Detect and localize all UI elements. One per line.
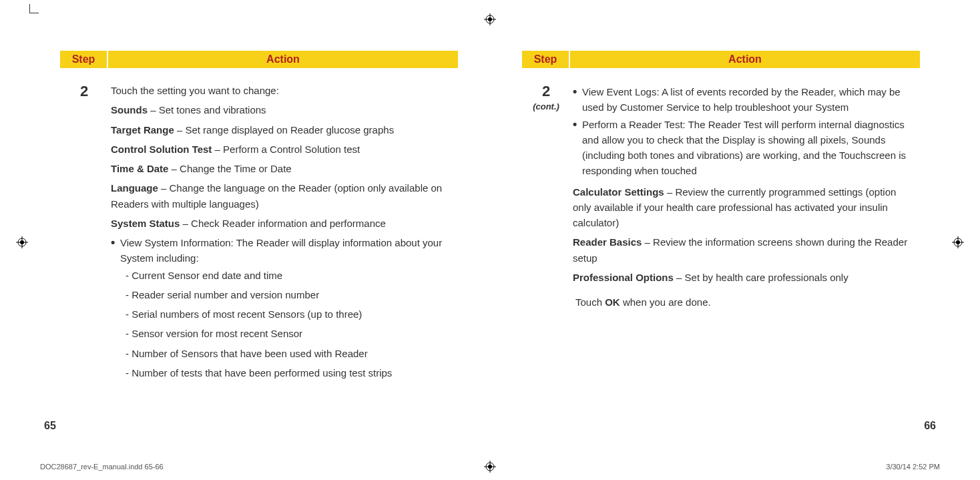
registration-mark-top xyxy=(484,13,496,25)
print-footer: DOC28687_rev-E_manual.indd 65-66 3/30/14… xyxy=(40,463,940,471)
page-number-left: 65 xyxy=(44,420,56,432)
bullet-icon: • xyxy=(573,84,582,115)
action-content-right: • View Event Logs: A list of events reco… xyxy=(570,68,920,422)
setting-language: Language – Change the language on the Re… xyxy=(111,180,446,212)
setting-system-status: System Status – Check Reader information… xyxy=(111,216,446,231)
closing-line: Touch OK when you are done. xyxy=(573,294,916,310)
dash-item: - Sensor version for most recent Sensor xyxy=(111,326,446,341)
step-cont-label: (cont.) xyxy=(522,101,570,111)
col-header-step: Step xyxy=(60,51,108,68)
registration-mark-left xyxy=(16,236,28,248)
step-number-left: 2 xyxy=(60,68,108,422)
col-header-action: Action xyxy=(108,51,458,68)
dash-item: - Number of tests that have been perform… xyxy=(111,365,446,381)
page-left: Step Action 2 Touch the setting you want… xyxy=(60,51,458,422)
col-header-action: Action xyxy=(570,51,920,68)
table-header-right: Step Action xyxy=(522,51,920,68)
table-body-left: 2 Touch the setting you want to change: … xyxy=(60,68,458,422)
setting-time-date: Time & Date – Change the Time or Date xyxy=(111,161,446,176)
footer-filename: DOC28687_rev-E_manual.indd 65-66 xyxy=(40,463,164,471)
bullet-event-logs: • View Event Logs: A list of events reco… xyxy=(573,84,916,115)
footer-timestamp: 3/30/14 2:52 PM xyxy=(886,463,940,471)
setting-target-range: Target Range – Set range displayed on Re… xyxy=(111,122,446,138)
table-header-left: Step Action xyxy=(60,51,458,68)
col-header-step: Step xyxy=(522,51,570,68)
dash-item: - Reader serial number and version numbe… xyxy=(111,287,446,302)
dash-item: - Serial numbers of most recent Sensors … xyxy=(111,306,446,322)
bullet-icon: • xyxy=(573,117,582,179)
manual-spread: Step Action 2 Touch the setting you want… xyxy=(0,0,980,480)
setting-reader-basics: Reader Basics – Review the information s… xyxy=(573,234,916,266)
bullet-system-info: • View System Information: The Reader wi… xyxy=(111,235,446,266)
registration-mark-right xyxy=(952,236,964,248)
bullet-icon: • xyxy=(111,235,120,266)
setting-calculator: Calculator Settings – Review the current… xyxy=(573,184,916,231)
setting-sounds: Sounds – Set tones and vibrations xyxy=(111,102,446,117)
page-number-right: 66 xyxy=(924,420,936,432)
intro-line: Touch the setting you want to change: xyxy=(111,83,446,98)
page-spread: Step Action 2 Touch the setting you want… xyxy=(60,51,920,422)
step-number-right: 2 (cont.) xyxy=(522,68,570,422)
setting-control-solution: Control Solution Test – Perform a Contro… xyxy=(111,142,446,157)
page-right: Step Action 2 (cont.) • View Event Logs:… xyxy=(522,51,920,422)
crop-mark-top-left xyxy=(29,4,39,13)
bullet-reader-test: • Perform a Reader Test: The Reader Test… xyxy=(573,117,916,179)
dash-item: - Current Sensor end date and time xyxy=(111,268,446,283)
action-content-left: Touch the setting you want to change: So… xyxy=(108,68,458,422)
setting-professional: Professional Options – Set by health car… xyxy=(573,270,916,285)
dash-item: - Number of Sensors that have been used … xyxy=(111,346,446,361)
table-body-right: 2 (cont.) • View Event Logs: A list of e… xyxy=(522,68,920,422)
